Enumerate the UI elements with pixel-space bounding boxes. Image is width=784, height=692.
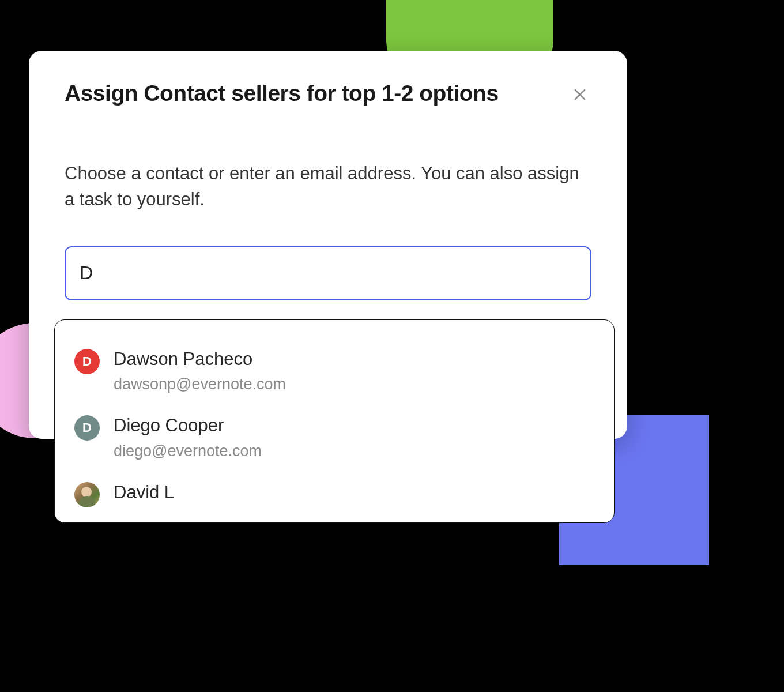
contact-input[interactable]: [65, 246, 591, 300]
avatar-photo: [74, 482, 100, 507]
contact-name: David L: [114, 481, 174, 504]
avatar: D: [74, 415, 100, 441]
dropdown-item[interactable]: David L: [55, 474, 614, 516]
dropdown-item-text: Dawson Pacheco dawsonp@evernote.com: [114, 348, 286, 393]
avatar: D: [74, 349, 100, 374]
contact-input-wrap: [65, 246, 591, 300]
modal-title: Assign Contact sellers for top 1-2 optio…: [65, 81, 499, 106]
dropdown-item-text: Diego Cooper diego@evernote.com: [114, 414, 262, 460]
modal-header: Assign Contact sellers for top 1-2 optio…: [65, 81, 591, 108]
dropdown-item-text: David L: [114, 481, 174, 504]
contact-dropdown: D Dawson Pacheco dawsonp@evernote.com D …: [54, 319, 615, 523]
contact-email: dawsonp@evernote.com: [114, 375, 286, 393]
dropdown-item[interactable]: D Dawson Pacheco dawsonp@evernote.com: [55, 341, 614, 407]
close-icon: [572, 86, 588, 103]
contact-name: Diego Cooper: [114, 414, 262, 437]
dropdown-item[interactable]: D Diego Cooper diego@evernote.com: [55, 407, 614, 473]
contact-email: diego@evernote.com: [114, 442, 262, 460]
modal-description: Choose a contact or enter an email addre…: [65, 161, 591, 213]
contact-name: Dawson Pacheco: [114, 348, 286, 371]
close-button[interactable]: [568, 83, 591, 108]
